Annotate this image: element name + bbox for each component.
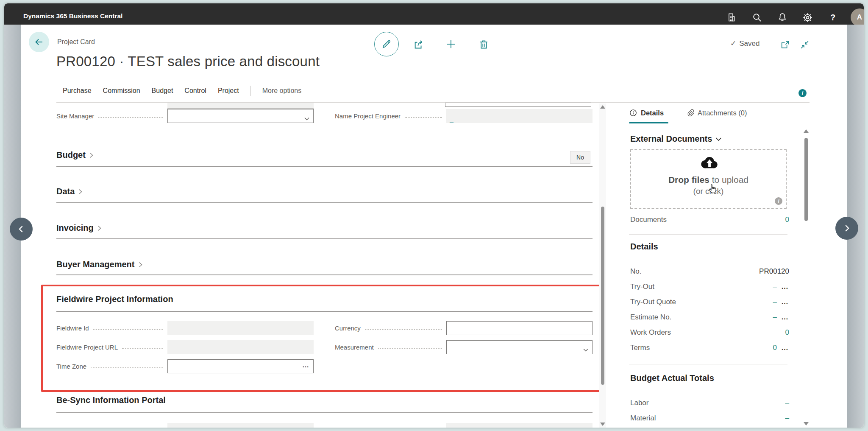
prev-page-arrow[interactable] — [10, 218, 33, 241]
tab-details[interactable]: Details — [629, 109, 664, 117]
hand-cursor-icon — [707, 183, 718, 195]
tab-purchase[interactable]: Purchase — [63, 87, 92, 95]
chevron-down-icon — [715, 137, 722, 141]
scrollbar-up-arrow[interactable] — [804, 129, 809, 133]
details-header: Details — [630, 242, 658, 252]
section-buyer-management[interactable]: Buyer Management — [56, 260, 143, 269]
help-icon[interactable]: ? — [827, 12, 838, 23]
detail-row-estimate-no: Estimate No. –… — [630, 313, 789, 322]
action-menu-bar: Purchase Commission Budget Control Proje… — [63, 86, 301, 96]
documents-value-link[interactable]: 0 — [785, 216, 789, 224]
detail-row-try-out: Try-Out –… — [630, 283, 789, 291]
clipped-field — [445, 103, 591, 107]
section-besync-title[interactable]: Be-Sync Information Portal — [56, 395, 166, 405]
dropzone-info-icon[interactable]: i — [775, 197, 782, 205]
chevron-left-icon — [17, 224, 26, 234]
scrollbar-down-arrow[interactable] — [600, 423, 605, 426]
bip-url-label: BIP URL — [56, 426, 81, 428]
budget-done-badge: No — [570, 151, 590, 164]
scrollbar-up-arrow[interactable] — [600, 105, 605, 109]
panel-divider — [629, 364, 787, 364]
clipped-field — [167, 103, 314, 109]
cloud-upload-icon — [698, 155, 721, 171]
detail-row-try-out-quote: Try-Out Quote –… — [630, 298, 789, 306]
saved-label: Saved — [739, 39, 760, 48]
site-manager-label: Site Manager — [56, 112, 94, 120]
more-button[interactable]: … — [781, 313, 789, 321]
scrollbar-down-arrow[interactable] — [804, 422, 809, 425]
collapse-button[interactable] — [798, 39, 810, 50]
saved-check-icon: ✓ — [730, 39, 736, 48]
totals-row-labor: Labor – — [630, 399, 789, 407]
section-divider — [56, 202, 593, 203]
settings-gear-icon[interactable] — [802, 12, 813, 23]
section-data[interactable]: Data — [56, 187, 83, 196]
bip-url-field — [167, 423, 314, 428]
notifications-icon[interactable] — [777, 12, 788, 23]
dotted-leader — [405, 117, 442, 118]
account-avatar[interactable]: A — [851, 8, 864, 26]
dotted-leader — [98, 117, 163, 118]
budget-actual-totals-header: Budget Actual Totals — [630, 373, 714, 383]
info-icon[interactable]: i — [798, 89, 807, 97]
panel-scrollbar-thumb[interactable] — [804, 138, 808, 221]
avatar-initial: A — [857, 13, 862, 22]
section-divider — [56, 412, 593, 413]
top-app-bar: Dynamics 365 Business Central — [4, 3, 864, 25]
section-invoicing[interactable]: Invoicing — [56, 223, 102, 233]
screen: Dynamics 365 Business Central — [0, 0, 868, 431]
tab-attachments[interactable]: Attachments (0) — [687, 109, 747, 117]
info-circle-icon — [629, 109, 637, 117]
chevron-right-icon — [842, 224, 851, 233]
text-cursor: _ — [450, 116, 453, 123]
main-scrollbar-thumb[interactable] — [601, 207, 604, 385]
section-divider — [56, 238, 593, 239]
chevron-down-icon — [304, 115, 309, 122]
search-icon[interactable] — [751, 12, 762, 23]
active-tab-underline — [629, 122, 668, 123]
edit-pencil-icon — [381, 39, 392, 50]
share-button[interactable] — [412, 38, 425, 50]
back-button[interactable] — [29, 32, 49, 52]
browser-window: Dynamics 365 Business Central — [4, 3, 864, 428]
next-page-arrow[interactable] — [835, 217, 858, 240]
section-budget[interactable]: Budget — [56, 150, 94, 160]
more-button[interactable]: … — [781, 344, 789, 352]
chevron-right-icon — [97, 224, 102, 232]
chevron-right-icon — [138, 261, 143, 269]
page-title: PR00120 · TEST sales price and discount — [56, 53, 320, 70]
detail-row-work-orders: Work Orders 0 — [630, 328, 789, 337]
tab-control[interactable]: Control — [184, 87, 206, 95]
totals-row-material: Material – — [630, 414, 789, 423]
open-in-new-window-icon — [780, 39, 790, 50]
more-button[interactable]: … — [781, 298, 789, 306]
more-options-button[interactable]: More options — [262, 87, 302, 95]
chevron-right-icon — [78, 188, 83, 196]
more-button[interactable]: … — [781, 283, 789, 291]
add-icon — [445, 38, 457, 50]
name-project-engineer-field[interactable]: _ — [446, 109, 593, 123]
tab-commission[interactable]: Commission — [103, 87, 140, 95]
page-type-label: Project Card — [57, 38, 95, 46]
chevron-right-icon — [89, 151, 94, 159]
back-arrow-icon — [34, 37, 44, 47]
tab-project[interactable]: Project — [218, 87, 239, 95]
paperclip-icon — [687, 109, 694, 117]
tab-budget[interactable]: Budget — [152, 87, 173, 95]
highlight-rectangle — [41, 285, 602, 392]
detail-row-no: No. PR00120 — [630, 267, 789, 276]
office-building-icon[interactable] — [726, 12, 737, 23]
add-button[interactable] — [445, 38, 457, 50]
section-divider — [56, 166, 593, 167]
delete-button[interactable] — [477, 38, 490, 50]
save-status: ✓ Saved — [730, 39, 760, 48]
app-title: Dynamics 365 Business Central — [23, 12, 122, 20]
open-in-new-window-button[interactable] — [779, 39, 791, 50]
site-manager-combobox[interactable] — [167, 109, 314, 123]
delete-trash-icon — [478, 39, 490, 50]
external-documents-header[interactable]: External Documents — [630, 134, 722, 144]
section-divider — [56, 274, 593, 275]
file-dropzone[interactable]: Drop files to upload (or click) i — [630, 149, 787, 209]
edit-pencil-button[interactable] — [374, 32, 399, 56]
documents-count-row: Documents 0 — [630, 216, 789, 224]
